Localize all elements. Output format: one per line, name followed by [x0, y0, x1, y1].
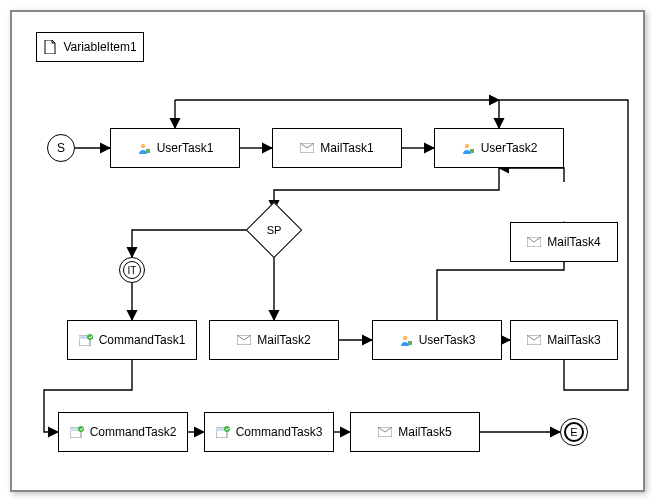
- mail-icon: [300, 142, 314, 154]
- svg-rect-4: [470, 149, 474, 153]
- intermediate-event-label: IT: [128, 265, 137, 276]
- task-usertask2[interactable]: UserTask2: [434, 128, 564, 168]
- task-commandtask3[interactable]: CommandTask3: [204, 412, 334, 452]
- task-label: CommandTask2: [90, 425, 177, 439]
- task-commandtask2[interactable]: CommandTask2: [58, 412, 188, 452]
- svg-point-15: [78, 426, 84, 432]
- mail-icon: [527, 236, 541, 248]
- task-commandtask1[interactable]: CommandTask1: [67, 320, 197, 360]
- command-icon: [70, 426, 84, 438]
- task-usertask3[interactable]: UserTask3: [372, 320, 502, 360]
- document-icon: [43, 41, 57, 53]
- user-icon: [137, 142, 151, 154]
- gateway-sp[interactable]: SP: [254, 210, 294, 250]
- task-label: CommandTask1: [99, 333, 186, 347]
- svg-rect-11: [408, 341, 412, 345]
- svg-point-10: [402, 336, 406, 340]
- start-event-label: S: [57, 141, 65, 155]
- task-label: CommandTask3: [236, 425, 323, 439]
- intermediate-event[interactable]: IT: [119, 257, 145, 283]
- command-icon: [79, 334, 93, 346]
- task-label: MailTask4: [547, 235, 600, 249]
- user-icon: [399, 334, 413, 346]
- data-object-label: VariableItem1: [63, 40, 136, 54]
- gateway-label: SP: [267, 224, 282, 236]
- mail-icon: [378, 426, 392, 438]
- task-mailtask3[interactable]: MailTask3: [510, 320, 618, 360]
- task-label: MailTask3: [547, 333, 600, 347]
- task-mailtask2[interactable]: MailTask2: [209, 320, 339, 360]
- task-label: UserTask2: [481, 141, 538, 155]
- end-event[interactable]: E: [560, 418, 588, 446]
- task-label: UserTask1: [157, 141, 214, 155]
- command-icon: [216, 426, 230, 438]
- task-mailtask5[interactable]: MailTask5: [350, 412, 480, 452]
- svg-rect-1: [146, 149, 150, 153]
- end-event-label: E: [570, 426, 577, 438]
- user-icon: [461, 142, 475, 154]
- mail-icon: [237, 334, 251, 346]
- task-label: MailTask1: [320, 141, 373, 155]
- task-mailtask1[interactable]: MailTask1: [272, 128, 402, 168]
- task-usertask1[interactable]: UserTask1: [110, 128, 240, 168]
- svg-point-18: [224, 426, 230, 432]
- task-mailtask4[interactable]: MailTask4: [510, 222, 618, 262]
- task-label: MailTask5: [398, 425, 451, 439]
- mail-icon: [527, 334, 541, 346]
- diagram-frame: VariableItem1 S UserTask1 MailTask1 User…: [0, 0, 655, 502]
- svg-point-0: [140, 144, 144, 148]
- task-label: UserTask3: [419, 333, 476, 347]
- task-label: MailTask2: [257, 333, 310, 347]
- svg-point-3: [464, 144, 468, 148]
- start-event[interactable]: S: [47, 134, 75, 162]
- data-object-variableitem1[interactable]: VariableItem1: [36, 32, 144, 62]
- svg-point-8: [87, 334, 93, 340]
- diagram-canvas: VariableItem1 S UserTask1 MailTask1 User…: [10, 10, 645, 492]
